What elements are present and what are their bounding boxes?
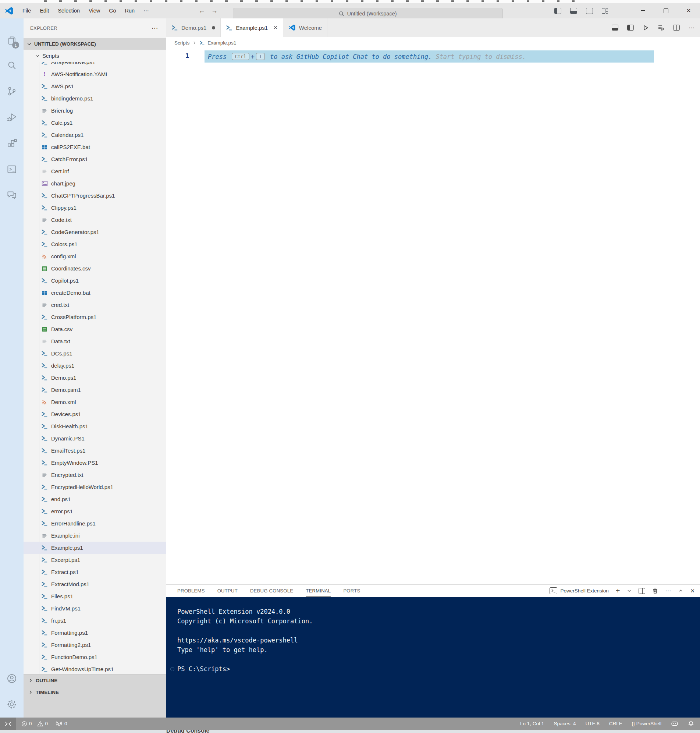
file-row[interactable]: CodeGenerator.ps1 (24, 226, 166, 238)
file-row[interactable]: Calendar.ps1 (24, 129, 166, 141)
explorer-more-actions-icon[interactable]: ⋯ (151, 24, 158, 32)
status-eol-sequence[interactable]: CRLF (609, 721, 622, 726)
notifications-bell-icon[interactable] (688, 720, 694, 727)
file-row[interactable]: Data.txt (24, 335, 166, 347)
activity-item-account[interactable] (0, 667, 24, 690)
file-row[interactable]: callPS2EXE.bat (24, 141, 166, 153)
activity-item-settings-gear[interactable] (0, 693, 24, 716)
file-row[interactable]: Dynamic.PS1 (24, 432, 166, 445)
file-row[interactable]: FunctionDemo.ps1 (24, 651, 166, 663)
file-row[interactable]: Clippy.ps1 (24, 202, 166, 214)
file-row[interactable]: end.ps1 (24, 493, 166, 505)
file-row[interactable]: Formatting.ps1 (24, 627, 166, 639)
file-row[interactable]: delay.ps1 (24, 359, 166, 372)
file-row[interactable]: EmptyWindow.PS1 (24, 457, 166, 469)
file-row[interactable]: config.xml (24, 250, 166, 262)
file-row[interactable]: DCs.ps1 (24, 347, 166, 359)
toggle-secondary-sidebar-icon[interactable] (586, 8, 593, 14)
file-row[interactable]: ChatGPTProgressBar.ps1 (24, 190, 166, 202)
panel-tab-output[interactable]: OUTPUT (218, 585, 238, 597)
file-row[interactable]: CatchError.ps1 (24, 153, 166, 165)
panel-more-actions-icon[interactable]: ⋯ (665, 587, 671, 594)
file-row[interactable]: FindVM.ps1 (24, 602, 166, 615)
menu-item-file[interactable]: File (19, 6, 35, 15)
activity-item-terminal[interactable] (0, 157, 24, 181)
file-row[interactable]: fn.ps1 (24, 615, 166, 627)
editor-tab-example-ps1[interactable]: Example.ps1✕ (221, 18, 283, 37)
activity-item-source-control[interactable] (0, 79, 24, 103)
file-row[interactable]: Files.ps1 (24, 590, 166, 602)
file-row[interactable]: Copilot.ps1 (24, 275, 166, 287)
editor-tab-demo-ps1[interactable]: Demo.ps1 (166, 18, 221, 37)
file-row[interactable]: Excerpt.ps1 (24, 554, 166, 566)
split-editor-icon[interactable] (673, 25, 680, 31)
remote-indicator[interactable] (0, 718, 16, 730)
run-selection-icon[interactable] (658, 25, 664, 31)
split-terminal-icon[interactable] (638, 588, 645, 594)
status-cursor-position[interactable]: Ln 1, Col 1 (520, 721, 544, 726)
file-row[interactable]: Demo.xml (24, 396, 166, 408)
timeline-section-header[interactable]: TIMELINE (24, 686, 166, 718)
file-row[interactable]: ExtractMod.ps1 (24, 578, 166, 590)
nav-back-button[interactable]: ← (199, 7, 205, 15)
folder-row-scripts[interactable]: Scripts (24, 50, 166, 62)
nav-forward-button[interactable]: → (211, 7, 218, 15)
command-center-search[interactable]: Untitled (Workspace) (233, 8, 503, 19)
code-editor[interactable]: 1 Press Ctrl+I to ask GitHub Copilot Cha… (166, 49, 700, 584)
activity-item-run-debug[interactable] (0, 105, 24, 129)
panel-tab-debug-console[interactable]: DEBUG CONSOLE (250, 585, 293, 597)
window-maximize-button[interactable] (654, 3, 677, 18)
window-minimize-button[interactable] (632, 3, 654, 18)
file-row[interactable]: ArrayRemove.ps1 (24, 62, 166, 68)
problems-status[interactable]: 0 0 (21, 721, 48, 727)
file-row[interactable]: Get-WindowsUpTime.ps1 (24, 663, 166, 675)
file-row[interactable]: Brien.log (24, 105, 166, 117)
file-row[interactable]: Cert.inf (24, 165, 166, 177)
terminal-output[interactable]: PowerShell Extension v2024.0.0Copyright … (166, 597, 700, 718)
customize-layout-icon[interactable] (602, 8, 608, 13)
more-actions-icon[interactable]: ⋯ (688, 24, 695, 31)
file-row[interactable]: Demo.psm1 (24, 384, 166, 396)
status-indentation[interactable]: Spaces: 4 (554, 721, 576, 726)
close-tab-icon[interactable]: ✕ (273, 25, 278, 31)
file-row[interactable]: EncryptedHelloWorld.ps1 (24, 481, 166, 493)
toggle-panel-icon[interactable] (612, 25, 618, 31)
file-row[interactable]: DiskHealth.ps1 (24, 420, 166, 432)
status-language-mode[interactable]: {} PowerShell (632, 721, 661, 726)
file-row[interactable]: cred.txt (24, 299, 166, 311)
maximize-panel-chevron-icon[interactable] (678, 589, 683, 593)
file-row[interactable]: Encrypted.txt (24, 469, 166, 481)
file-row[interactable]: Code.txt (24, 214, 166, 226)
file-row[interactable]: ErrorHandline.ps1 (24, 517, 166, 530)
file-row[interactable]: Colors.ps1 (24, 238, 166, 250)
file-row[interactable]: Data.csv (24, 323, 166, 335)
file-row[interactable]: Formatting2.ps1 (24, 639, 166, 651)
outline-section-header[interactable]: OUTLINE (24, 674, 166, 686)
file-row[interactable]: chart.jpeg (24, 177, 166, 190)
copilot-icon[interactable] (671, 721, 678, 727)
file-row[interactable]: Example.ini (24, 530, 166, 542)
activity-item-files[interactable]: 1 (0, 29, 24, 52)
file-row[interactable]: Coordinates.csv (24, 262, 166, 275)
activity-item-search[interactable] (0, 54, 24, 77)
terminal-instance-label[interactable]: PowerShell Extension (550, 587, 609, 594)
kill-terminal-trash-icon[interactable] (652, 588, 658, 594)
menu-item-run[interactable]: Run (121, 6, 139, 15)
terminal-dropdown-chevron-icon[interactable] (627, 589, 632, 593)
file-row[interactable]: Example.ps1 (24, 542, 166, 554)
close-panel-icon[interactable]: ✕ (690, 588, 695, 594)
modified-dot-icon[interactable] (212, 26, 215, 29)
activity-item-comments[interactable] (0, 183, 24, 207)
toggle-panel-icon[interactable] (570, 8, 577, 14)
window-close-button[interactable]: ✕ (677, 3, 700, 18)
file-row[interactable]: EmailTest.ps1 (24, 445, 166, 457)
menu-item-edit[interactable]: Edit (36, 6, 53, 15)
file-row[interactable]: bindingdemo.ps1 (24, 92, 166, 105)
menu-item-more[interactable]: ⋯ (140, 6, 153, 15)
activity-item-extensions[interactable] (0, 132, 24, 155)
panel-tab-problems[interactable]: PROBLEMS (177, 585, 205, 597)
file-row[interactable]: AWS.ps1 (24, 80, 166, 92)
panel-tab-ports[interactable]: PORTS (343, 585, 360, 597)
file-row[interactable]: Calc.ps1 (24, 117, 166, 129)
menu-item-go[interactable]: Go (105, 6, 119, 15)
